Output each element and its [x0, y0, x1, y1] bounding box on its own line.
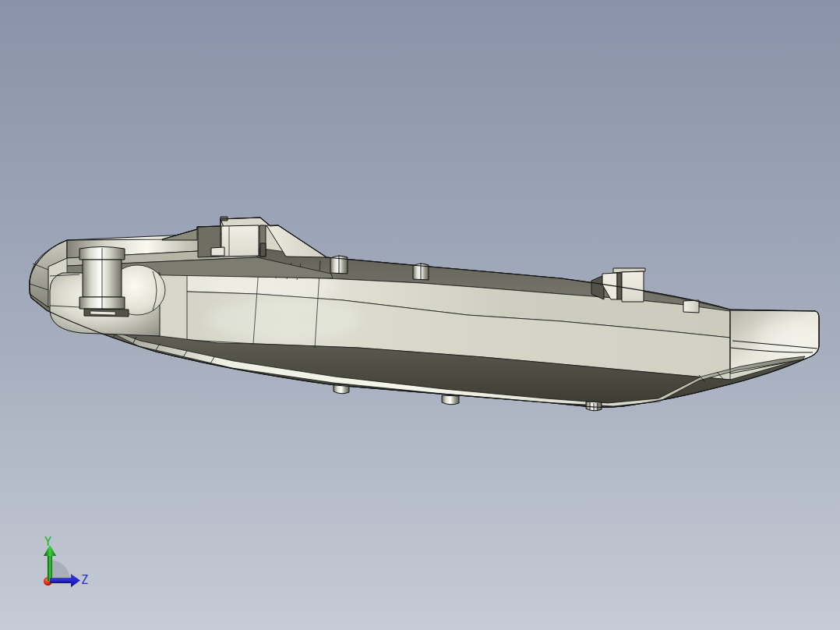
- tower-foot: [211, 247, 224, 256]
- bottom-pin-2[interactable]: [442, 395, 459, 405]
- rotation-sector: [50, 560, 70, 580]
- model-canvas[interactable]: Y Z: [0, 0, 840, 630]
- orientation-triad[interactable]: Y Z: [44, 535, 88, 587]
- hub-cylinder[interactable]: [79, 247, 129, 317]
- end-cap-highlight: [756, 318, 815, 356]
- mount-tab[interactable]: [591, 268, 645, 302]
- model-part[interactable]: [30, 217, 819, 411]
- z-axis-label: Z: [81, 573, 88, 587]
- mount-tab-small[interactable]: [683, 300, 699, 313]
- tower-light-face[interactable]: [221, 225, 259, 257]
- cad-viewport[interactable]: Y Z: [0, 0, 840, 630]
- y-axis-label: Y: [44, 535, 51, 549]
- main-highlight: [206, 298, 362, 342]
- tower-dark-sliver-low: [260, 243, 266, 257]
